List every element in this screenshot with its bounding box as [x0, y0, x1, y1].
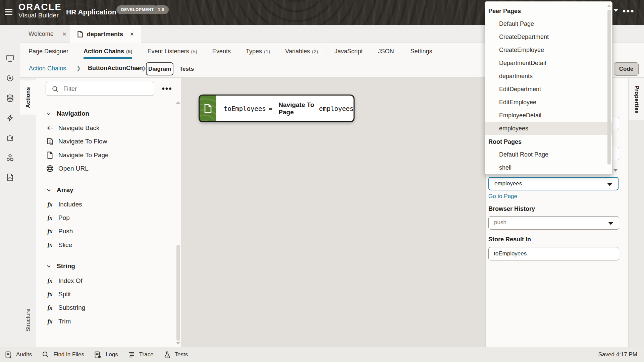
- service-connections-icon[interactable]: [6, 74, 14, 82]
- diagram-toggle-button[interactable]: Diagram: [146, 62, 173, 75]
- combo-divider: [602, 179, 602, 188]
- components-puzzle-icon[interactable]: [6, 133, 14, 142]
- page-icon: [204, 104, 212, 113]
- business-objects-database-icon[interactable]: [6, 94, 14, 103]
- panel-tab-strip: Actions Structure: [20, 78, 36, 347]
- version-badge: 1.0: [153, 5, 169, 14]
- log-doc-icon: [95, 351, 101, 358]
- trace-list-icon: [128, 352, 135, 358]
- search-icon: [52, 86, 59, 93]
- find-in-files-button[interactable]: Find in Files: [42, 351, 84, 358]
- header-overflow-menu-icon[interactable]: •••: [623, 6, 635, 16]
- tab-welcome[interactable]: Welcome ✕: [29, 25, 66, 43]
- dependencies-shapes-icon[interactable]: [6, 153, 14, 162]
- go-to-page-link[interactable]: Go to Page: [488, 193, 517, 200]
- section-array[interactable]: Array: [46, 186, 73, 194]
- diagram-canvas[interactable]: toEmployees = Navigate To Page employees: [181, 78, 485, 347]
- combo-dropdown-button[interactable]: [603, 217, 619, 229]
- action-includes[interactable]: fx Includes: [46, 198, 173, 211]
- web-apps-monitor-icon[interactable]: [6, 54, 14, 63]
- tab-count: (1): [264, 49, 270, 54]
- popup-item-edit-employee[interactable]: EditEmployee: [485, 96, 612, 109]
- popup-item-default-root-page[interactable]: Default Root Page: [485, 148, 612, 161]
- flask-icon: [164, 351, 170, 358]
- action-push[interactable]: fx Push: [46, 225, 173, 238]
- popup-scrollbar[interactable]: [607, 10, 611, 165]
- action-navigate-to-flow[interactable]: Navigate To Flow: [46, 135, 173, 148]
- header-chevron-down-icon[interactable]: [613, 9, 618, 12]
- node-label: toEmployees = Navigate To Page employees: [216, 96, 354, 121]
- tab-departments[interactable]: departments ✕: [70, 25, 141, 43]
- page-doc-icon: [46, 152, 54, 159]
- filter-input[interactable]: [63, 82, 151, 95]
- trace-button[interactable]: Trace: [128, 351, 154, 358]
- source-code-file-icon[interactable]: [6, 173, 14, 182]
- breadcrumb-chevron-icon: ❯: [76, 65, 81, 72]
- tests-toggle-button[interactable]: Tests: [177, 62, 197, 75]
- tab-settings[interactable]: Settings: [410, 43, 432, 60]
- actions-panel-tab[interactable]: Actions: [20, 80, 36, 115]
- breadcrumb-action-chains-link[interactable]: Action Chains: [29, 65, 66, 72]
- node-category-strip: [200, 96, 216, 121]
- panel-overflow-menu[interactable]: •••: [160, 82, 174, 95]
- popup-item-department-detail[interactable]: DepartmentDetail: [485, 57, 612, 70]
- action-index-of[interactable]: fx Index Of: [46, 274, 173, 288]
- popup-item-employee-detail[interactable]: EmployeeDetail: [485, 109, 612, 122]
- panel-scrollbar[interactable]: [176, 245, 180, 341]
- audits-button[interactable]: Audits: [5, 351, 32, 358]
- action-slice[interactable]: fx Slice: [46, 238, 173, 252]
- popup-item-create-department[interactable]: CreateDepartment: [485, 31, 612, 44]
- scroll-down-arrow-icon[interactable]: [176, 342, 180, 345]
- chevron-down-icon: [46, 264, 51, 269]
- popup-item-shell[interactable]: shell: [485, 161, 612, 174]
- tab-events[interactable]: Events: [212, 43, 231, 60]
- browser-history-value: push: [494, 219, 506, 226]
- popup-item-default-page[interactable]: Default Page: [485, 17, 612, 31]
- tab-page-designer[interactable]: Page Designer: [29, 43, 68, 60]
- popup-scroll-up-icon[interactable]: [607, 4, 611, 7]
- close-icon[interactable]: ✕: [130, 31, 134, 37]
- browser-history-label: Browser History: [488, 205, 535, 213]
- section-navigation[interactable]: Navigation: [46, 110, 89, 117]
- flow-doc-icon: [46, 138, 54, 145]
- tab-event-listeners[interactable]: Event Listeners (5): [147, 43, 197, 60]
- processes-lightning-icon[interactable]: [6, 114, 14, 122]
- action-substring[interactable]: fx Substring: [46, 301, 173, 314]
- action-navigate-to-page[interactable]: Navigate To Page: [46, 148, 173, 162]
- close-icon[interactable]: ✕: [62, 31, 67, 37]
- code-button[interactable]: Code: [614, 62, 639, 76]
- tab-types[interactable]: Types (1): [246, 43, 270, 60]
- section-string[interactable]: String: [46, 262, 75, 270]
- store-result-input[interactable]: [488, 247, 619, 260]
- action-navigate-back[interactable]: Navigate Back: [46, 121, 173, 135]
- combo-dropdown-button[interactable]: [602, 178, 618, 190]
- chain-dropdown-caret-icon[interactable]: [136, 68, 140, 70]
- action-open-url[interactable]: Open URL: [46, 162, 173, 175]
- tab-json[interactable]: JSON: [378, 43, 394, 60]
- browser-history-combobox[interactable]: push: [488, 216, 619, 230]
- fx-icon: fx: [48, 201, 53, 208]
- fx-icon: fx: [48, 215, 53, 222]
- popup-item-edit-department[interactable]: EditDepartment: [485, 83, 612, 96]
- tab-variables[interactable]: Variables (2): [285, 43, 318, 60]
- popup-item-employees-selected[interactable]: employees: [485, 122, 612, 135]
- popup-item-create-employee[interactable]: CreateEmployee: [485, 44, 612, 57]
- tab-divider: [326, 45, 326, 57]
- popup-item-departments[interactable]: departments: [485, 70, 612, 83]
- hamburger-menu-icon[interactable]: [5, 9, 12, 15]
- breadcrumb-current-chain[interactable]: ButtonActionChain: [88, 65, 143, 72]
- scroll-up-arrow-icon[interactable]: [176, 101, 180, 104]
- action-pop[interactable]: fx Pop: [46, 211, 173, 225]
- action-trim[interactable]: fx Trim: [46, 315, 173, 328]
- action-split[interactable]: fx Split: [46, 288, 173, 301]
- navigate-to-page-node[interactable]: toEmployees = Navigate To Page employees: [199, 95, 355, 122]
- chevron-down-icon: [46, 111, 51, 116]
- tests-button[interactable]: Tests: [164, 351, 188, 358]
- logs-button[interactable]: Logs: [95, 351, 118, 358]
- structure-panel-tab[interactable]: Structure: [20, 302, 36, 339]
- page-select-combobox[interactable]: employees: [488, 177, 619, 190]
- combo-divider: [603, 218, 603, 228]
- tab-javascript[interactable]: JavaScript: [334, 43, 363, 60]
- tab-action-chains[interactable]: Action Chains (5): [84, 43, 132, 60]
- properties-panel-tab[interactable]: Properties: [629, 81, 644, 118]
